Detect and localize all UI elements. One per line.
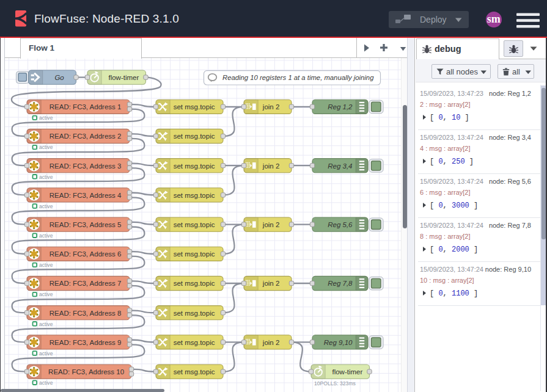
svg-text:set msg.topic: set msg.topic bbox=[174, 280, 215, 287]
svg-text:set msg.topic: set msg.topic bbox=[174, 368, 215, 376]
svg-text:active: active bbox=[39, 115, 53, 121]
svg-text:READ: FC3, Address 9: READ: FC3, Address 9 bbox=[50, 339, 122, 346]
svg-text:active: active bbox=[39, 144, 53, 150]
svg-text:active: active bbox=[39, 262, 53, 268]
svg-text:READ: FC3, Address 2: READ: FC3, Address 2 bbox=[50, 132, 122, 140]
svg-text:active: active bbox=[39, 380, 53, 386]
svg-text:Reading 10 registers 1 at a ti: Reading 10 registers 1 at a time, manual… bbox=[222, 74, 374, 81]
svg-text:active: active bbox=[39, 233, 53, 239]
svg-text:set msg.topic: set msg.topic bbox=[174, 250, 215, 258]
svg-text:set msg.topic: set msg.topic bbox=[174, 310, 215, 317]
svg-text:Reg 9,10: Reg 9,10 bbox=[324, 339, 353, 346]
svg-text:READ: FC3, Address 8: READ: FC3, Address 8 bbox=[50, 310, 122, 317]
svg-text:active: active bbox=[39, 350, 53, 357]
svg-text:READ: FC3, Address 5: READ: FC3, Address 5 bbox=[50, 221, 122, 228]
svg-text:READ: FC3, Address 1: READ: FC3, Address 1 bbox=[50, 103, 122, 111]
svg-text:set msg.topic: set msg.topic bbox=[174, 162, 215, 170]
svg-text:READ: FC3, Address 3: READ: FC3, Address 3 bbox=[50, 162, 122, 170]
svg-text:Reg 5,6: Reg 5,6 bbox=[328, 221, 353, 228]
svg-text:Reg 7,8: Reg 7,8 bbox=[328, 280, 353, 287]
svg-text:READ: FC3, Address 4: READ: FC3, Address 4 bbox=[50, 192, 122, 199]
svg-text:set msg.topic: set msg.topic bbox=[174, 192, 215, 199]
svg-text:set msg.topic: set msg.topic bbox=[174, 103, 215, 111]
svg-text:Reg 1,2: Reg 1,2 bbox=[328, 103, 353, 111]
svg-text:flow-timer: flow-timer bbox=[108, 74, 139, 81]
svg-text:active: active bbox=[39, 174, 53, 180]
svg-text:set msg.topic: set msg.topic bbox=[174, 339, 215, 346]
svg-text:Go: Go bbox=[54, 74, 64, 81]
svg-text:join 2: join 2 bbox=[262, 103, 280, 111]
svg-text:flow-timer: flow-timer bbox=[332, 368, 362, 376]
svg-text:set msg.topic: set msg.topic bbox=[174, 132, 215, 140]
svg-text:active: active bbox=[39, 291, 53, 297]
svg-text:join 2: join 2 bbox=[262, 162, 280, 170]
svg-text:active: active bbox=[39, 203, 53, 209]
svg-text:READ: FC3, Address 6: READ: FC3, Address 6 bbox=[50, 250, 122, 258]
svg-text:Reg 3,4: Reg 3,4 bbox=[328, 162, 352, 170]
svg-text:join 2: join 2 bbox=[262, 339, 280, 346]
svg-text:join 2: join 2 bbox=[262, 280, 280, 287]
svg-text:active: active bbox=[39, 321, 53, 327]
svg-text:set msg.topic: set msg.topic bbox=[174, 221, 215, 228]
svg-text:10POLLS: 323ms: 10POLLS: 323ms bbox=[314, 380, 356, 387]
svg-text:join 2: join 2 bbox=[262, 221, 280, 228]
svg-text:READ: FC3, Address 10: READ: FC3, Address 10 bbox=[48, 368, 124, 376]
svg-text:READ: FC3, Address 7: READ: FC3, Address 7 bbox=[50, 280, 122, 287]
